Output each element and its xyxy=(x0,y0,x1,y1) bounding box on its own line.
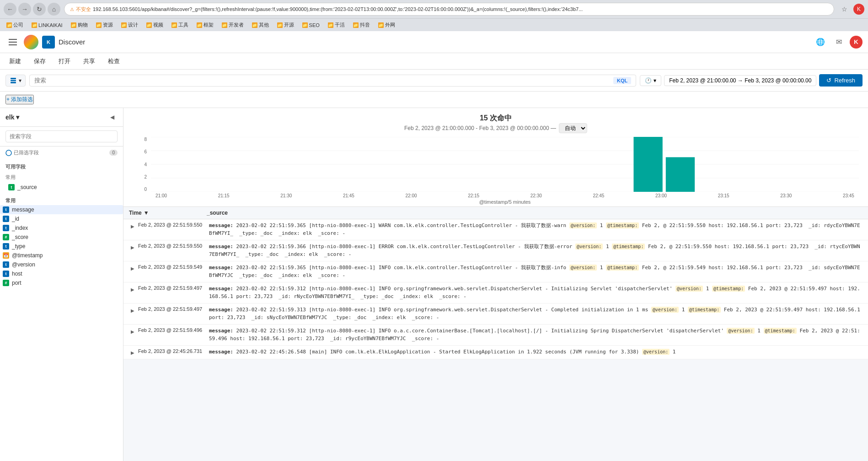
refresh-button[interactable]: ↻ xyxy=(33,3,46,16)
bookmark-douyin[interactable]: 📁 抖音 xyxy=(350,21,373,29)
folder-icon: 📁 xyxy=(222,22,227,28)
expand-button[interactable]: ▶ xyxy=(129,244,136,251)
field-type[interactable]: t _type xyxy=(0,242,123,251)
expand-button[interactable]: ▶ xyxy=(129,349,136,356)
bookmark-company[interactable]: 📁 公司 xyxy=(4,21,26,29)
field-source[interactable]: t _source xyxy=(5,183,118,192)
time-range-display[interactable]: Feb 2, 2023 @ 21:00:00.00 → Feb 3, 2023 … xyxy=(664,75,816,86)
refresh-button[interactable]: ↺ Refresh xyxy=(819,74,863,87)
time-range-selector: 🕐 ▾ Feb 2, 2023 @ 21:00:00.00 → Feb 3, 2… xyxy=(640,74,863,87)
table-row: ▶ Feb 2, 2023 @ 22:51:59.550 message: 20… xyxy=(123,240,868,261)
selected-fields-title: 已筛选字段 0 xyxy=(5,149,118,156)
x-label-2200: 22:00 xyxy=(406,193,417,198)
bookmark-opensource[interactable]: 📁 开源 xyxy=(274,21,297,29)
share-button[interactable]: 共享 xyxy=(80,55,99,67)
url-text: 192.168.56.103:5601/app/kibana#/discover… xyxy=(93,6,828,12)
field-score[interactable]: # _score xyxy=(0,233,123,242)
field-id[interactable]: t _id xyxy=(0,214,123,223)
bookmark-button[interactable]: ☆ xyxy=(838,3,851,16)
log-content: message: 2023-02-02 22:51:59.312 [http-n… xyxy=(209,285,863,300)
main-layout: elk ▾ ◀ 已筛选字段 0 可用字段 常用 t _ xyxy=(0,108,868,461)
log-time: Feb 2, 2023 @ 22:51:59.549 xyxy=(138,264,209,270)
bookmark-dev[interactable]: 📁 开发者 xyxy=(219,21,246,29)
expand-button[interactable]: ▶ xyxy=(129,265,136,272)
field-message[interactable]: t message xyxy=(0,205,123,214)
sidebar-header: elk ▾ ◀ xyxy=(0,108,123,127)
field-timestamp[interactable]: 📅 @timestamp xyxy=(0,251,123,260)
open-button[interactable]: 打开 xyxy=(55,55,74,67)
search-input[interactable] xyxy=(34,77,611,84)
index-select[interactable]: elk ▾ xyxy=(5,114,19,121)
toolbar: 新建 保存 打开 共享 检查 xyxy=(0,53,868,70)
search-input-wrap[interactable]: KQL xyxy=(29,75,636,87)
log-row-header[interactable]: ▶ Feb 2, 2023 @ 22:51:59.550 message: 20… xyxy=(123,219,868,240)
folder-icon: 📁 xyxy=(171,22,177,28)
bookmark-other[interactable]: 📁 其他 xyxy=(249,21,272,29)
save-button[interactable]: 保存 xyxy=(30,55,49,67)
bookmark-linkaikai[interactable]: 📁 LINKAIKAI xyxy=(29,22,65,29)
inspect-button[interactable]: 检查 xyxy=(104,55,123,67)
address-bar[interactable]: ⚠ 不安全 192.168.56.103:5601/app/kibana#/di… xyxy=(64,3,834,16)
field-index[interactable]: t _index xyxy=(0,223,123,233)
bookmark-design[interactable]: 📁 设计 xyxy=(118,21,141,29)
log-time: Feb 2, 2023 @ 22:45:26.731 xyxy=(138,348,209,354)
bookmark-label: 视频 xyxy=(153,22,163,28)
bookmark-video[interactable]: 📁 视频 xyxy=(144,21,166,29)
auto-interval-select[interactable]: 自动 xyxy=(559,123,587,133)
user-avatar[interactable]: K xyxy=(850,36,863,49)
bookmark-label: 购物 xyxy=(78,22,88,28)
log-time: Feb 2, 2023 @ 22:51:59.496 xyxy=(138,327,209,333)
table-row: ▶ Feb 2, 2023 @ 22:51:59.496 message: 20… xyxy=(123,325,868,346)
expand-button[interactable]: ▶ xyxy=(129,328,136,335)
log-row-header[interactable]: ▶ Feb 2, 2023 @ 22:51:59.497 message: 20… xyxy=(123,304,868,324)
log-row-header[interactable]: ▶ Feb 2, 2023 @ 22:51:59.549 message: 20… xyxy=(123,261,868,282)
field-type-badge: # xyxy=(3,280,9,286)
hamburger-button[interactable] xyxy=(5,35,20,49)
profile-button[interactable]: K xyxy=(853,4,864,15)
bookmark-external[interactable]: 📁 外网 xyxy=(375,21,398,29)
bookmark-seo[interactable]: 📁 SEO xyxy=(300,22,322,29)
globe-button[interactable]: 🌐 xyxy=(813,35,828,49)
bookmark-resources[interactable]: 📁 资源 xyxy=(93,21,116,29)
log-row-header[interactable]: ▶ Feb 2, 2023 @ 22:51:59.497 message: 20… xyxy=(123,282,868,303)
sidebar-collapse-button[interactable]: ◀ xyxy=(107,112,118,123)
back-button[interactable]: ← xyxy=(4,3,16,16)
svg-rect-3 xyxy=(11,78,16,79)
sidebar-search-input[interactable] xyxy=(5,130,118,142)
kql-badge[interactable]: KQL xyxy=(613,77,631,84)
mail-button[interactable]: ✉ xyxy=(831,35,846,49)
index-selector[interactable]: ▾ xyxy=(5,75,26,87)
field-type-badge: # xyxy=(3,234,9,240)
log-content: message: 2023-02-02 22:45:26.548 [main] … xyxy=(209,348,863,356)
folder-icon: 📁 xyxy=(277,22,283,28)
bookmark-shopping[interactable]: 📁 购物 xyxy=(68,21,91,29)
new-button[interactable]: 新建 xyxy=(5,55,25,67)
expand-button[interactable]: ▶ xyxy=(129,286,136,293)
bookmark-framework[interactable]: 📁 框架 xyxy=(194,21,216,29)
bookmark-tools[interactable]: 📁 工具 xyxy=(169,21,191,29)
field-port[interactable]: # port xyxy=(0,278,123,287)
chart-x-labels: 21:00 21:15 21:30 21:45 22:00 22:15 22:3… xyxy=(151,193,859,198)
y-axis: 8 6 4 2 0 xyxy=(133,137,149,192)
bookmark-work[interactable]: 📁 干活 xyxy=(325,21,348,29)
expand-button[interactable]: ▶ xyxy=(129,307,136,314)
log-row-header[interactable]: ▶ Feb 2, 2023 @ 22:51:59.550 message: 20… xyxy=(123,240,868,261)
folder-icon: 📁 xyxy=(121,22,127,28)
log-row-header[interactable]: ▶ Feb 2, 2023 @ 22:51:59.496 message: 20… xyxy=(123,325,868,345)
available-fields-label: 可用字段 xyxy=(0,161,123,171)
add-filter-button[interactable]: + 添加筛选 xyxy=(5,95,34,104)
forward-button[interactable]: → xyxy=(18,3,31,16)
time-range-button[interactable]: 🕐 ▾ xyxy=(640,75,661,86)
field-name: @version xyxy=(12,261,35,268)
bookmark-label: 开发者 xyxy=(229,22,244,28)
log-row-header[interactable]: ▶ Feb 2, 2023 @ 22:45:26.731 message: 20… xyxy=(123,346,868,359)
field-host[interactable]: t host xyxy=(0,269,123,278)
time-column-header[interactable]: Time ▼ xyxy=(129,210,207,216)
sidebar-search-wrap xyxy=(0,127,123,146)
common-label: 常用 xyxy=(5,174,16,181)
field-version[interactable]: t @version xyxy=(0,260,123,269)
x-label-2115: 21:15 xyxy=(218,193,230,198)
expand-button[interactable]: ▶ xyxy=(129,222,136,230)
x-label-2315: 23:15 xyxy=(718,193,729,198)
home-button[interactable]: ⌂ xyxy=(48,3,60,16)
